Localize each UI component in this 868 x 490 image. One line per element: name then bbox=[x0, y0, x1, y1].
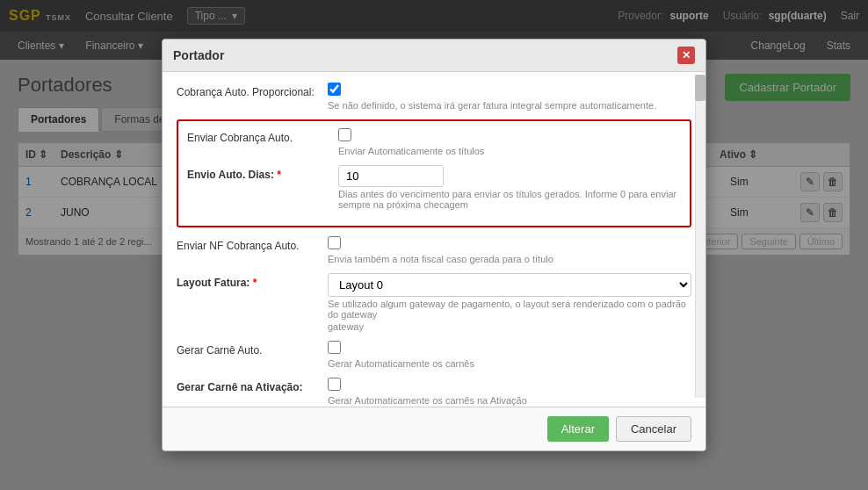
enviar-nf-control: Envia também a nota fiscal caso gerada p… bbox=[328, 236, 691, 264]
layout-fatura-control: Layout 0 Layout 1 Layout 2 Se utilizado … bbox=[328, 273, 691, 332]
envio-dias-hint: Dias antes do vencimento para enviar os … bbox=[338, 189, 681, 210]
gerar-carne-ativacao-checkbox[interactable] bbox=[328, 378, 341, 391]
modal-title: Portador bbox=[173, 48, 224, 62]
enviar-nf-checkbox[interactable] bbox=[328, 236, 341, 249]
modal-close-button[interactable]: ✕ bbox=[677, 47, 695, 64]
enviar-cobranca-checkbox[interactable] bbox=[338, 128, 351, 141]
gerar-carne-label: Gerar Carnê Auto. bbox=[177, 341, 317, 357]
cobranca-auto-row: Cobrança Auto. Proporcional: Se não defi… bbox=[177, 83, 691, 111]
gerar-carne-ativacao-label: Gerar Carnê na Ativação: bbox=[177, 378, 317, 393]
cobranca-auto-hint: Se não definido, o sistema irá gerar fat… bbox=[328, 100, 691, 111]
cobranca-auto-label: Cobrança Auto. Proporcional: bbox=[177, 83, 317, 98]
envio-dias-label: Envio Auto. Dias: bbox=[187, 165, 328, 181]
cobranca-auto-control: Se não definido, o sistema irá gerar fat… bbox=[328, 83, 691, 111]
gerar-carne-row: Gerar Carnê Auto. Gerar Automaticamente … bbox=[177, 341, 691, 369]
gerar-carne-ativacao-hint: Gerar Automaticamente os carnês na Ativa… bbox=[328, 395, 691, 406]
alterar-button[interactable]: Alterar bbox=[547, 416, 609, 442]
layout-fatura-hint: Se utilizado algum gateway de pagamento,… bbox=[328, 299, 691, 320]
cobranca-auto-checkbox[interactable] bbox=[328, 83, 341, 96]
enviar-nf-row: Enviar NF Cobrança Auto. Envia também a … bbox=[177, 236, 691, 264]
layout-fatura-select[interactable]: Layout 0 Layout 1 Layout 2 bbox=[328, 273, 691, 297]
highlighted-section: Enviar Cobrança Auto. Enviar Automaticam… bbox=[177, 119, 691, 227]
envio-dias-control: Dias antes do vencimento para enviar os … bbox=[338, 165, 681, 210]
envio-dias-input[interactable] bbox=[338, 165, 444, 187]
modal-scrollbar[interactable] bbox=[695, 75, 705, 398]
enviar-cobranca-hint: Enviar Automaticamente os títulos bbox=[338, 146, 681, 156]
modal-footer: Alterar Cancelar bbox=[163, 407, 705, 450]
gerar-carne-hint: Gerar Automaticamente os carnês bbox=[328, 358, 691, 369]
cancelar-button[interactable]: Cancelar bbox=[616, 416, 691, 442]
portador-modal: Portador ✕ Cobrança Auto. Proporcional: … bbox=[162, 39, 706, 451]
gerar-carne-control: Gerar Automaticamente os carnês bbox=[328, 341, 691, 369]
layout-fatura-row: Layout Fatura: Layout 0 Layout 1 Layout … bbox=[177, 273, 691, 332]
envio-dias-row: Envio Auto. Dias: Dias antes do vencimen… bbox=[187, 165, 681, 210]
enviar-cobranca-row: Enviar Cobrança Auto. Enviar Automaticam… bbox=[187, 128, 681, 156]
modal-scroll-thumb bbox=[695, 75, 705, 101]
enviar-nf-label: Enviar NF Cobrança Auto. bbox=[177, 236, 317, 252]
enviar-cobranca-label: Enviar Cobrança Auto. bbox=[187, 128, 328, 144]
gateway-text: gateway bbox=[328, 321, 691, 332]
gerar-carne-checkbox[interactable] bbox=[328, 341, 341, 354]
gerar-carne-ativacao-control: Gerar Automaticamente os carnês na Ativa… bbox=[328, 378, 691, 406]
layout-fatura-label: Layout Fatura: bbox=[177, 273, 317, 289]
modal-body: Cobrança Auto. Proporcional: Se não defi… bbox=[163, 72, 705, 407]
modal-header: Portador ✕ bbox=[163, 40, 705, 72]
enviar-nf-hint: Envia também a nota fiscal caso gerada p… bbox=[328, 254, 691, 264]
enviar-cobranca-control: Enviar Automaticamente os títulos bbox=[338, 128, 681, 156]
gerar-carne-ativacao-row: Gerar Carnê na Ativação: Gerar Automatic… bbox=[177, 378, 691, 406]
modal-overlay: Portador ✕ Cobrança Auto. Proporcional: … bbox=[0, 0, 868, 490]
